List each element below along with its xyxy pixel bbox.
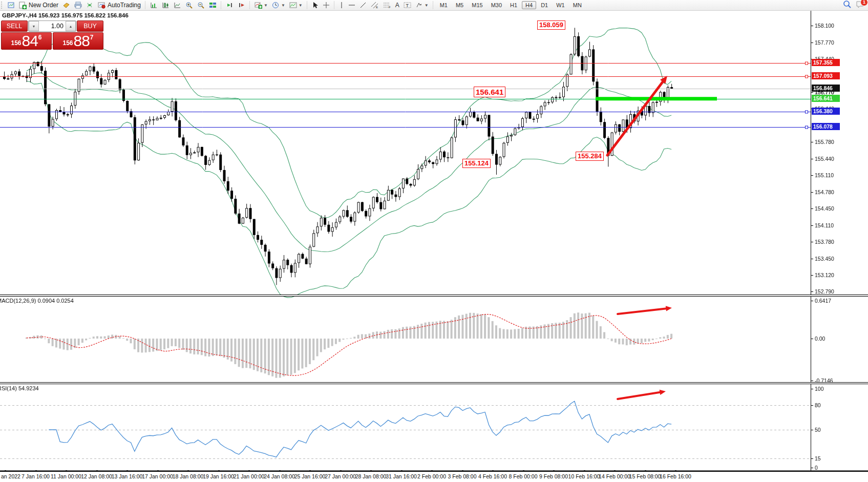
volume-increase-button[interactable]: ▲ [66, 21, 76, 31]
timeframe-m30[interactable]: M30 [488, 1, 505, 9]
zoom-out-icon[interactable] [195, 1, 207, 10]
price-axis-line [811, 10, 811, 472]
time-axis-label: 7 Jan 16:00 [22, 473, 50, 479]
time-axis-label: 21 Jan 00:00 [234, 473, 265, 479]
time-axis[interactable]: an 20227 Jan 16:0011 Jan 00:0012 Jan 08:… [0, 472, 868, 482]
price-level-badge[interactable]: 156.078 [812, 123, 840, 130]
one-click-trade-panel: SELL ▼ ▲ BUY 156 84 6 156 88 7 [1, 20, 103, 50]
timeframe-h4[interactable]: H4 [522, 1, 536, 9]
chart-shift-icon[interactable] [236, 1, 247, 9]
time-axis-label: 25 Jan 16:00 [294, 473, 326, 479]
sell-price-tile[interactable]: 156 84 6 [1, 32, 52, 50]
print-icon[interactable] [72, 1, 84, 9]
ticket-icon[interactable] [60, 2, 72, 9]
templates-icon[interactable]: ▼ [287, 1, 305, 9]
time-axis-label: 13 Jan 16:00 [112, 473, 143, 479]
signal-icon[interactable] [84, 1, 96, 9]
time-axis-label: 2 Feb 00:00 [417, 473, 446, 479]
shapes-tool-icon[interactable]: ▼ [413, 1, 431, 9]
zoom-in-icon[interactable] [183, 1, 195, 10]
volume-decrease-button[interactable]: ▼ [29, 21, 39, 31]
toolbar-grip [1, 2, 5, 9]
macd-panel-separator[interactable] [0, 295, 868, 297]
new-order-label: New Order [29, 2, 58, 9]
indicators-icon[interactable]: ▼ [252, 1, 270, 9]
timeframe-m5[interactable]: M5 [452, 1, 467, 9]
price-annotation[interactable]: 158.059 [537, 20, 565, 30]
time-axis-label: 4 Feb 16:00 [478, 473, 507, 479]
templates-caret[interactable]: ▼ [299, 3, 303, 8]
cursor-icon[interactable] [310, 1, 321, 9]
time-axis-label: 18 Jan 08:00 [173, 473, 204, 479]
autotrading-button[interactable]: AutoTrading [96, 1, 143, 9]
new-order-button[interactable]: New Order [17, 1, 60, 10]
price-level-badge[interactable]: 156.641 [812, 95, 840, 102]
trendline-tool-icon[interactable] [357, 1, 369, 9]
price-annotation[interactable]: 155.284 [576, 152, 604, 161]
price-axis-tick: 157.770 [815, 39, 834, 46]
autotrading-label: AutoTrading [108, 2, 141, 9]
price-annotation[interactable]: 155.124 [462, 159, 491, 168]
chart-window-icon[interactable] [6, 1, 17, 9]
symbol-ohlc-label: GBPJPY-,H4 156.923 156.975 156.822 156.8… [2, 12, 129, 18]
sell-button[interactable]: SELL [1, 20, 28, 32]
price-axis-tick: 154.780 [815, 189, 834, 195]
sell-price-big: 84 [22, 33, 37, 49]
price-level-badge[interactable]: 157.355 [812, 59, 840, 66]
time-axis-label: 12 Jan 08:00 [81, 473, 112, 479]
price-axis-tick: 154.110 [815, 222, 834, 228]
tile-windows-icon[interactable] [207, 1, 219, 9]
time-axis-label: 9 Feb 08:00 [539, 473, 568, 479]
candlestick-mode-icon[interactable] [160, 1, 172, 9]
price-axis-tick: 153.450 [815, 256, 834, 262]
notification-badge[interactable]: 1 [860, 0, 868, 6]
svg-text:E: E [376, 6, 378, 9]
buy-price-tile[interactable]: 156 88 7 [53, 32, 103, 50]
macd-axis-tick: -0.7146 [815, 378, 833, 384]
periods-icon[interactable]: ▼ [270, 1, 287, 10]
crosshair-icon[interactable] [321, 1, 332, 9]
search-icon[interactable] [843, 0, 852, 10]
timeframe-m1[interactable]: M1 [436, 1, 451, 9]
time-axis-label: an 2022 [1, 473, 20, 479]
time-axis-label: 27 Jan 00:00 [325, 473, 356, 479]
horizontal-line-tool-icon[interactable] [346, 2, 357, 8]
time-axis-label: 8 Feb 00:00 [509, 473, 537, 479]
price-level-badge[interactable]: 156.380 [812, 108, 840, 115]
rsi-axis-tick: 15 [815, 455, 821, 462]
timeframe-m15[interactable]: M15 [468, 1, 486, 9]
buy-button[interactable]: BUY [77, 20, 103, 32]
macd-axis-tick: 0.00 [815, 336, 825, 342]
time-axis-label: 28 Jan 08:00 [355, 473, 387, 479]
auto-scroll-icon[interactable] [224, 1, 236, 9]
price-axis-tick: 153.780 [815, 239, 834, 245]
channel-tool-icon[interactable]: E [369, 1, 381, 9]
bar-chart-mode-icon[interactable] [148, 1, 160, 9]
label-tool-icon[interactable]: T [401, 1, 413, 9]
timeframe-mn[interactable]: MN [569, 1, 585, 9]
buy-price-prefix: 156 [62, 39, 73, 47]
indicators-caret[interactable]: ▼ [264, 3, 268, 8]
time-axis-label: 10 Feb 16:00 [568, 473, 600, 479]
price-level-badge[interactable]: 157.093 [812, 72, 840, 79]
timeframe-d1[interactable]: D1 [537, 1, 552, 9]
fibonacci-tool-icon[interactable]: F [381, 1, 393, 9]
periods-caret[interactable]: ▼ [281, 3, 285, 8]
macd-axis-tick: 0.6417 [815, 298, 831, 304]
text-tool-icon[interactable]: A [393, 1, 401, 9]
timeframe-w1[interactable]: W1 [553, 1, 568, 9]
rsi-axis-tick: 0 [815, 465, 818, 471]
price-axis-tick: 155.110 [815, 172, 834, 178]
timeframe-h1[interactable]: H1 [506, 1, 521, 9]
main-toolbar: New Order AutoTrading ▼ ▼ [0, 0, 868, 11]
volume-input[interactable] [39, 21, 66, 31]
price-level-badge[interactable]: 156.846 [812, 85, 840, 92]
price-annotation[interactable]: 156.641 [474, 87, 505, 97]
chat-icon[interactable]: 1 [856, 1, 865, 10]
shapes-caret[interactable]: ▼ [425, 3, 429, 8]
chart-canvas[interactable] [0, 0, 868, 482]
rsi-panel-separator[interactable] [0, 382, 868, 384]
vertical-line-tool-icon[interactable] [337, 1, 346, 9]
price-axis-tick: 152.790 [815, 288, 834, 295]
line-chart-mode-icon[interactable] [172, 1, 183, 9]
